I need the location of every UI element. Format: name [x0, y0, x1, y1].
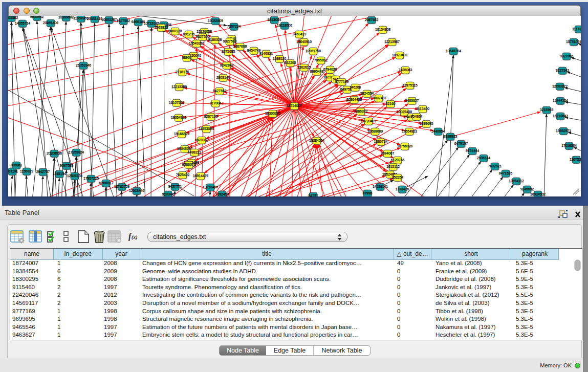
svg-text:9084067: 9084067 — [381, 151, 395, 155]
svg-text:62160: 62160 — [386, 102, 396, 105]
svg-text:19654923: 19654923 — [402, 129, 417, 133]
svg-text:6466160: 6466160 — [132, 20, 145, 24]
svg-text:10399602: 10399602 — [58, 16, 74, 19]
svg-text:11958969: 11958969 — [73, 16, 89, 20]
svg-text:885061: 885061 — [11, 163, 23, 167]
svg-text:2803144: 2803144 — [216, 76, 230, 79]
svg-text:8878332: 8878332 — [195, 138, 209, 142]
svg-text:6479197: 6479197 — [454, 142, 468, 145]
svg-text:1167533: 1167533 — [570, 158, 581, 161]
svg-text:391191: 391191 — [8, 169, 18, 173]
svg-text:2367608: 2367608 — [233, 45, 247, 48]
svg-text:9605942: 9605942 — [30, 16, 44, 18]
svg-text:15226058: 15226058 — [197, 30, 212, 33]
svg-text:87996: 87996 — [363, 191, 373, 195]
svg-text:9329966: 9329966 — [560, 54, 574, 58]
svg-text:10924502: 10924502 — [530, 192, 546, 196]
svg-text:8186328: 8186328 — [208, 38, 222, 41]
svg-text:14136141: 14136141 — [373, 185, 388, 188]
svg-text:1733426: 1733426 — [396, 187, 409, 191]
svg-text:15720407: 15720407 — [361, 119, 376, 123]
svg-text:6794028: 6794028 — [323, 68, 337, 71]
svg-text:9463627: 9463627 — [405, 99, 419, 102]
svg-text:2942757: 2942757 — [36, 170, 50, 173]
svg-text:832203: 832203 — [285, 61, 296, 64]
svg-text:8813054: 8813054 — [268, 18, 281, 21]
svg-text:15692971: 15692971 — [556, 129, 571, 133]
svg-text:12213967: 12213967 — [384, 40, 400, 43]
svg-text:18300295: 18300295 — [265, 112, 280, 115]
svg-text:1362615: 1362615 — [297, 65, 311, 69]
svg-text:10688609: 10688609 — [367, 129, 383, 133]
svg-text:10807487: 10807487 — [371, 96, 386, 100]
svg-text:7955812: 7955812 — [314, 58, 328, 62]
svg-text:1117842: 1117842 — [572, 27, 581, 31]
svg-text:17957225: 17957225 — [83, 177, 99, 180]
svg-text:10154808: 10154808 — [375, 28, 390, 31]
svg-text:10958117: 10958117 — [98, 181, 114, 185]
svg-text:9457771: 9457771 — [168, 185, 182, 188]
svg-text:21053346: 21053346 — [76, 63, 91, 67]
svg-text:7663822: 7663822 — [155, 26, 168, 29]
svg-text:19218506: 19218506 — [277, 24, 292, 27]
svg-text:9474444: 9474444 — [466, 149, 480, 152]
svg-text:10654112: 10654112 — [509, 179, 524, 183]
svg-text:917004: 917004 — [210, 101, 222, 105]
svg-text:3215953: 3215953 — [540, 108, 554, 112]
svg-text:10961758: 10961758 — [306, 49, 321, 53]
svg-text:8454749: 8454749 — [247, 49, 261, 52]
svg-text:16782759: 16782759 — [114, 185, 129, 188]
svg-text:15640910: 15640910 — [296, 40, 312, 43]
svg-text:20691406: 20691406 — [43, 21, 58, 25]
svg-text:9245652: 9245652 — [520, 187, 534, 191]
svg-text:16543382: 16543382 — [189, 41, 204, 45]
svg-text:9242848: 9242848 — [220, 63, 234, 67]
svg-text:12444154: 12444154 — [553, 99, 568, 102]
svg-text:746266: 746266 — [350, 85, 361, 89]
svg-text:(x): (x) — [132, 234, 138, 240]
svg-text:16107552: 16107552 — [169, 101, 184, 104]
svg-text:16210643: 16210643 — [553, 114, 568, 118]
svg-text:11353594: 11353594 — [199, 127, 214, 130]
svg-text:8938923: 8938923 — [444, 135, 458, 138]
svg-text:15751074: 15751074 — [566, 40, 581, 43]
svg-text:1145194: 1145194 — [53, 172, 66, 176]
svg-text:1615112: 1615112 — [386, 165, 400, 168]
svg-text:10025438: 10025438 — [397, 110, 412, 114]
svg-text:6120746: 6120746 — [391, 158, 405, 162]
svg-text:14055714: 14055714 — [15, 21, 30, 25]
svg-text:2718176: 2718176 — [176, 70, 189, 74]
svg-text:19384554: 19384554 — [309, 139, 324, 142]
svg-text:18724007: 18724007 — [287, 104, 302, 107]
svg-text:12093872: 12093872 — [552, 84, 568, 88]
svg-text:2935114: 2935114 — [477, 156, 490, 160]
svg-text:2087682: 2087682 — [365, 18, 379, 21]
svg-text:8267130: 8267130 — [204, 115, 218, 118]
svg-text:10973493: 10973493 — [392, 53, 407, 57]
svg-text:7632621: 7632621 — [488, 164, 502, 168]
svg-text:8427552: 8427552 — [213, 89, 227, 93]
svg-text:1440954: 1440954 — [431, 129, 445, 133]
svg-text:9227342: 9227342 — [556, 69, 570, 72]
svg-text:9327500: 9327500 — [196, 35, 210, 38]
svg-text:1092450: 1092450 — [215, 192, 229, 196]
svg-text:20364436: 20364436 — [346, 98, 362, 101]
svg-text:7485063: 7485063 — [399, 68, 412, 72]
svg-text:7386372: 7386372 — [354, 110, 368, 113]
svg-text:891295: 891295 — [183, 32, 195, 36]
svg-text:7357224: 7357224 — [227, 25, 241, 28]
svg-text:98901: 98901 — [182, 56, 192, 59]
svg-text:9463419: 9463419 — [293, 32, 307, 36]
svg-text:920344: 920344 — [162, 192, 174, 196]
svg-text:8990448: 8990448 — [310, 70, 324, 73]
svg-text:20206536: 20206536 — [47, 151, 62, 155]
svg-text:19166829: 19166829 — [174, 132, 189, 136]
svg-text:9366073: 9366073 — [182, 163, 196, 166]
svg-text:6899695: 6899695 — [420, 122, 433, 125]
svg-text:9146821: 9146821 — [259, 52, 273, 55]
svg-text:16914479: 16914479 — [193, 174, 208, 178]
svg-text:10648784: 10648784 — [446, 49, 461, 53]
svg-text:17016504: 17016504 — [561, 144, 577, 147]
svg-text:10046766: 10046766 — [177, 147, 192, 150]
svg-text:1803562: 1803562 — [8, 16, 18, 19]
